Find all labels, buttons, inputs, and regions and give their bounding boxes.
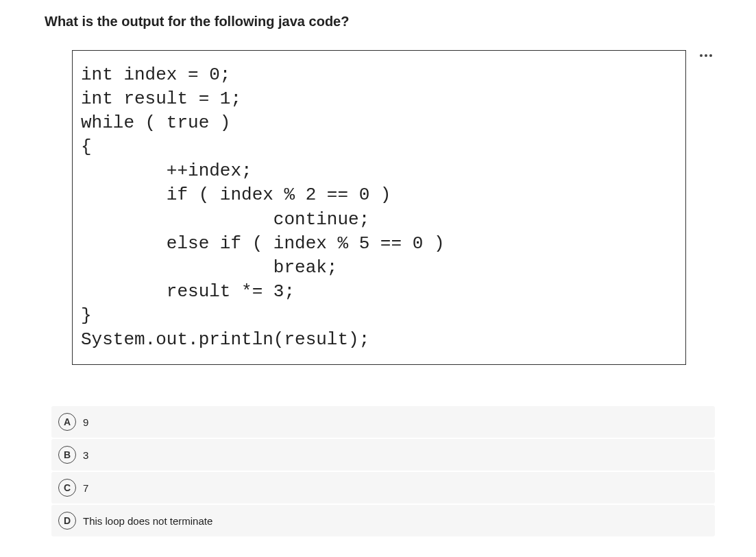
more-icon[interactable] xyxy=(697,49,715,62)
option-b[interactable]: B 3 xyxy=(51,439,715,471)
option-text: 9 xyxy=(83,416,88,428)
option-letter: D xyxy=(58,512,76,530)
option-letter: A xyxy=(58,413,76,431)
option-d[interactable]: D This loop does not terminate xyxy=(51,505,715,536)
code-block-wrapper: int index = 0; int result = 1; while ( t… xyxy=(72,50,715,365)
ellipsis-icon xyxy=(700,54,712,57)
code-block: int index = 0; int result = 1; while ( t… xyxy=(72,50,686,365)
option-text: 7 xyxy=(83,482,88,494)
option-text: This loop does not terminate xyxy=(83,515,212,527)
option-letter: C xyxy=(58,479,76,497)
options-list: A 9 B 3 C 7 D This loop does not termina… xyxy=(51,406,715,536)
question-container: What is the output for the following jav… xyxy=(0,14,756,536)
option-text: 3 xyxy=(83,449,88,461)
option-a[interactable]: A 9 xyxy=(51,406,715,438)
option-c[interactable]: C 7 xyxy=(51,472,715,503)
question-title: What is the output for the following jav… xyxy=(45,14,715,29)
option-letter: B xyxy=(58,446,76,464)
